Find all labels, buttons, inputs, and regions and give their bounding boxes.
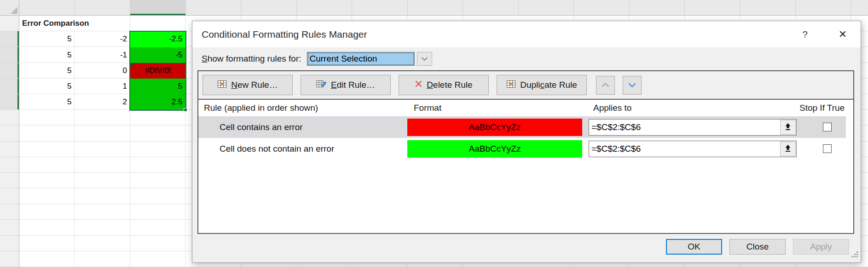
collapse-dialog-button[interactable] xyxy=(780,142,796,156)
rule-applies-cell xyxy=(587,141,800,157)
column-header[interactable] xyxy=(19,0,75,15)
rule-format-cell: AaBbCcYyZz xyxy=(406,119,587,136)
delete-rule-button[interactable]: Delete Rule xyxy=(399,75,489,95)
stop-if-true-checkbox[interactable] xyxy=(823,123,832,131)
format-preview: AaBbCcYyZz xyxy=(407,119,582,136)
column-header-applies-to: Applies to xyxy=(587,103,800,113)
cell-col-c[interactable]: 5 xyxy=(130,79,186,94)
close-button[interactable]: Close xyxy=(729,239,786,255)
select-all-corner[interactable] xyxy=(0,0,19,16)
row-header[interactable] xyxy=(0,236,19,251)
cell-col-a[interactable]: 5 xyxy=(19,63,75,79)
cell-col-c[interactable]: -5 xyxy=(130,47,186,63)
row-header[interactable] xyxy=(0,204,19,220)
collapse-dialog-button[interactable] xyxy=(780,120,796,135)
cell-col-b[interactable]: 0 xyxy=(75,63,131,79)
applies-to-input[interactable] xyxy=(589,141,780,157)
excel-window: Error Comparison 5 -2 -2.5 5 -1 -5 5 0 #… xyxy=(0,0,868,267)
row-header[interactable] xyxy=(0,94,19,110)
row-header[interactable] xyxy=(0,125,19,141)
cell-col-b[interactable]: -1 xyxy=(75,47,131,63)
rule-name: Cell contains an error xyxy=(198,122,406,132)
row-header[interactable] xyxy=(0,110,19,125)
column-header[interactable] xyxy=(297,0,353,15)
rule-row[interactable]: Cell contains an error AaBbCcYyZz xyxy=(198,116,846,138)
column-header[interactable] xyxy=(796,0,851,15)
column-header[interactable] xyxy=(241,0,297,15)
column-header[interactable] xyxy=(463,0,519,15)
close-icon[interactable]: ✕ xyxy=(835,28,851,40)
column-header[interactable] xyxy=(574,0,630,15)
stop-if-true-checkbox[interactable] xyxy=(823,144,832,153)
rules-list: Cell contains an error AaBbCcYyZz xyxy=(198,116,853,159)
cell-col-a[interactable]: 5 xyxy=(19,79,75,94)
row-header[interactable] xyxy=(0,16,19,31)
column-header-format: Format xyxy=(406,103,587,113)
table-grid-icon xyxy=(506,80,516,91)
rule-stop-cell xyxy=(800,123,846,131)
scope-combobox-dropdown-button[interactable] xyxy=(417,52,432,66)
format-preview: AaBbCcYyZz xyxy=(407,140,582,158)
table-grid-icon xyxy=(217,80,227,91)
red-x-icon xyxy=(415,80,422,90)
row-header[interactable] xyxy=(0,251,19,267)
cell-col-a[interactable]: 5 xyxy=(19,47,75,63)
chevron-up-icon xyxy=(602,82,609,89)
move-rule-up-button[interactable] xyxy=(596,76,615,95)
apply-button[interactable]: Apply xyxy=(793,239,849,255)
row-header[interactable] xyxy=(0,47,19,62)
column-header[interactable] xyxy=(130,0,186,15)
column-header[interactable] xyxy=(75,0,131,15)
sheet-row: 5 1 5 xyxy=(19,79,186,94)
row-header[interactable] xyxy=(0,142,19,157)
move-rule-down-button[interactable] xyxy=(623,76,642,95)
rule-stop-cell xyxy=(800,144,846,153)
column-header[interactable] xyxy=(186,0,242,15)
row-header[interactable] xyxy=(0,188,19,204)
new-rule-button[interactable]: New Rule… xyxy=(203,75,293,95)
sheet-row: 5 0 #DIV/0! xyxy=(19,63,186,79)
rule-name: Cell does not contain an error xyxy=(198,144,406,154)
row-header[interactable] xyxy=(0,79,19,94)
applies-to-input[interactable] xyxy=(589,119,780,135)
cell-col-c[interactable]: #DIV/0! xyxy=(130,63,186,79)
column-header[interactable] xyxy=(352,0,408,15)
column-header[interactable] xyxy=(519,0,574,15)
column-header[interactable] xyxy=(685,0,741,15)
scope-combobox-value[interactable]: Current Selection xyxy=(307,52,415,66)
ok-button[interactable]: OK xyxy=(666,239,722,255)
row-header[interactable] xyxy=(0,63,19,79)
cell-col-a[interactable]: 5 xyxy=(19,31,75,47)
cell-col-b[interactable]: -2 xyxy=(75,31,131,47)
rules-toolbar: New Rule… Edit Rule… Delete Rule xyxy=(198,71,853,100)
fill-handle[interactable] xyxy=(184,108,187,112)
cell-a1-title[interactable]: Error Comparison xyxy=(19,16,130,31)
cell-col-c[interactable]: 2.5 xyxy=(130,94,186,110)
row-header[interactable] xyxy=(0,31,19,47)
help-icon[interactable]: ? xyxy=(797,29,813,40)
cell-col-a[interactable]: 5 xyxy=(19,94,75,110)
dialog-footer: OK Close Apply xyxy=(192,234,861,255)
column-headers xyxy=(19,0,868,16)
edit-rule-button[interactable]: Edit Rule… xyxy=(301,75,391,95)
row-header[interactable] xyxy=(0,173,19,188)
sheet-data-rows: 5 -2 -2.5 5 -1 -5 5 0 #DIV/0! 5 1 5 5 2 … xyxy=(19,31,186,110)
arrow-up-bar-icon xyxy=(785,123,791,132)
cell-col-b[interactable]: 1 xyxy=(75,79,131,94)
show-rules-row: Show formatting rules for: Current Selec… xyxy=(192,47,861,70)
cell-col-b[interactable]: 2 xyxy=(75,94,131,110)
row-header[interactable] xyxy=(0,157,19,173)
column-header-rule: Rule (applied in order shown) xyxy=(198,103,406,113)
column-header[interactable] xyxy=(630,0,685,15)
row-header[interactable] xyxy=(0,220,19,235)
column-header[interactable] xyxy=(741,0,796,15)
sheet-row: 5 2 2.5 xyxy=(19,94,186,110)
rule-row[interactable]: Cell does not contain an error AaBbCcYyZ… xyxy=(198,138,846,159)
column-header[interactable] xyxy=(408,0,463,15)
table-pencil-icon xyxy=(316,80,327,91)
conditional-formatting-rules-manager-dialog: Conditional Formatting Rules Manager ? ✕… xyxy=(192,21,861,263)
resize-grip[interactable] xyxy=(852,250,858,260)
cell-col-c[interactable]: -2.5 xyxy=(130,31,186,47)
duplicate-rule-button[interactable]: Duplicate Rule xyxy=(497,75,587,95)
rules-listbox: New Rule… Edit Rule… Delete Rule xyxy=(197,70,854,234)
